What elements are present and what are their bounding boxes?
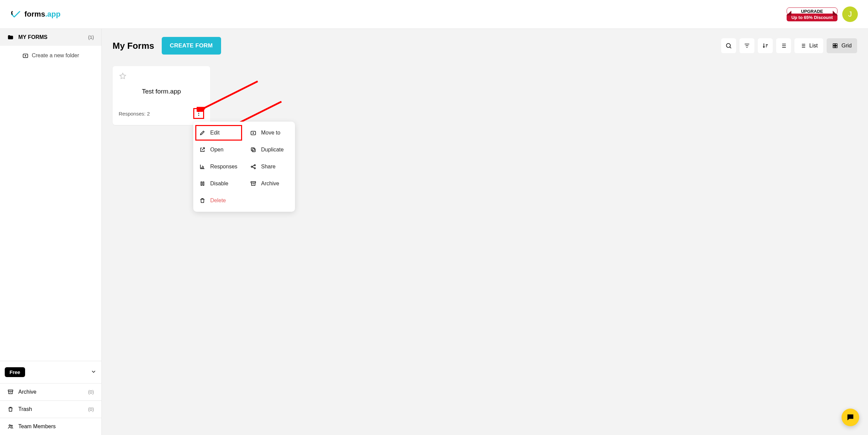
app-header: forms.app UPGRADE Up to 65% Discount J xyxy=(0,0,868,29)
filter-icon xyxy=(744,42,750,49)
svg-rect-8 xyxy=(835,46,837,48)
menu-disable[interactable]: Disable xyxy=(193,175,244,192)
svg-rect-1 xyxy=(8,390,13,391)
sidebar-plan[interactable]: Free xyxy=(0,361,101,384)
search-button[interactable] xyxy=(721,38,736,53)
sidebar-new-folder[interactable]: Create a new folder xyxy=(0,46,101,65)
svg-point-3 xyxy=(11,425,13,427)
sidebar-item-trash[interactable]: Trash (0) xyxy=(0,401,101,418)
view-controls: List Grid xyxy=(721,38,857,53)
sidebar-new-folder-label: Create a new folder xyxy=(32,53,79,59)
edit-icon xyxy=(199,130,205,136)
page-title: My Forms xyxy=(113,41,154,51)
list-view-label: List xyxy=(809,43,818,49)
menu-delete-label: Delete xyxy=(210,198,226,204)
form-card-responses: Responses: 2 xyxy=(119,111,150,117)
menu-share-label: Share xyxy=(261,164,276,170)
sidebar-my-forms-count: (1) xyxy=(88,35,94,40)
list-icon xyxy=(800,43,806,49)
svg-point-10 xyxy=(198,113,199,114)
grid-icon xyxy=(832,43,838,49)
chat-icon xyxy=(846,413,855,422)
sort-button[interactable] xyxy=(758,38,773,53)
menu-open-label: Open xyxy=(210,147,223,153)
svg-point-2 xyxy=(9,425,11,427)
form-context-menu: Edit Move to Open xyxy=(193,122,295,212)
archive-icon xyxy=(7,389,14,395)
upgrade-promo[interactable]: UPGRADE Up to 65% Discount xyxy=(787,7,837,21)
create-form-button[interactable]: CREATE FORM xyxy=(162,37,221,55)
menu-delete[interactable]: Delete xyxy=(193,192,244,209)
add-folder-icon xyxy=(22,53,28,59)
star-icon xyxy=(119,72,127,80)
form-card[interactable]: Test form.app Responses: 2 Edit xyxy=(113,66,210,125)
logo-icon xyxy=(10,9,21,20)
trash-icon xyxy=(199,198,205,204)
chart-icon xyxy=(199,164,205,170)
svg-point-4 xyxy=(726,43,730,47)
menu-open[interactable]: Open xyxy=(193,141,244,158)
svg-point-9 xyxy=(198,111,199,112)
folder-icon xyxy=(7,34,14,40)
pause-icon xyxy=(199,181,205,187)
sidebar: MY FORMS (1) Create a new folder Free Ar… xyxy=(0,29,102,435)
svg-rect-7 xyxy=(833,46,835,48)
svg-rect-14 xyxy=(251,148,254,151)
menu-archive-label: Archive xyxy=(261,181,279,187)
menu-archive[interactable]: Archive xyxy=(244,175,295,192)
search-icon xyxy=(725,42,732,49)
svg-rect-13 xyxy=(252,149,255,152)
menu-edit-label: Edit xyxy=(210,130,220,136)
sidebar-item-team[interactable]: Team Members xyxy=(0,418,101,435)
plan-badge: Free xyxy=(5,367,25,377)
sidebar-archive-label: Archive xyxy=(18,389,36,395)
more-vertical-icon xyxy=(196,110,202,117)
sidebar-item-my-forms[interactable]: MY FORMS (1) xyxy=(0,29,101,46)
sidebar-my-forms-label: MY FORMS xyxy=(18,34,47,40)
user-avatar[interactable]: J xyxy=(842,6,858,22)
brand-logo[interactable]: forms.app xyxy=(10,9,60,20)
menu-responses[interactable]: Responses xyxy=(193,158,244,175)
menu-duplicate[interactable]: Duplicate xyxy=(244,141,295,158)
menu-share[interactable]: Share xyxy=(244,158,295,175)
menu-move-to[interactable]: Move to xyxy=(244,124,295,141)
order-button[interactable] xyxy=(776,38,791,53)
chat-fab[interactable] xyxy=(842,409,859,426)
chevron-down-icon xyxy=(91,369,97,376)
list-view-button[interactable]: List xyxy=(794,38,823,53)
form-card-title: Test form.app xyxy=(119,88,204,95)
menu-edit[interactable]: Edit xyxy=(193,124,244,141)
upgrade-banner: Up to 65% Discount xyxy=(787,14,837,21)
logo-text: forms.app xyxy=(24,10,60,19)
favorite-toggle[interactable] xyxy=(119,72,204,82)
main-header: My Forms CREATE FORM List xyxy=(113,37,857,55)
move-icon xyxy=(250,130,256,136)
sidebar-trash-count: (0) xyxy=(88,407,94,412)
svg-rect-20 xyxy=(251,182,256,183)
sidebar-team-label: Team Members xyxy=(18,423,56,430)
svg-rect-5 xyxy=(833,44,835,45)
menu-duplicate-label: Duplicate xyxy=(261,147,284,153)
order-icon xyxy=(780,42,787,49)
main-area: My Forms CREATE FORM List xyxy=(102,29,868,435)
form-card-menu-button[interactable] xyxy=(193,108,204,119)
grid-view-label: Grid xyxy=(842,43,852,49)
sidebar-archive-count: (0) xyxy=(88,389,94,395)
trash-icon xyxy=(7,406,14,412)
menu-disable-label: Disable xyxy=(210,181,228,187)
sort-icon xyxy=(762,42,769,49)
sidebar-item-archive[interactable]: Archive (0) xyxy=(0,384,101,401)
menu-move-label: Move to xyxy=(261,130,280,136)
duplicate-icon xyxy=(250,147,256,153)
menu-responses-label: Responses xyxy=(210,164,237,170)
filter-button[interactable] xyxy=(739,38,754,53)
team-icon xyxy=(7,423,14,430)
svg-rect-18 xyxy=(201,182,202,186)
svg-point-11 xyxy=(198,115,199,116)
svg-rect-6 xyxy=(835,44,837,45)
grid-view-button[interactable]: Grid xyxy=(827,38,857,53)
open-icon xyxy=(199,147,205,153)
svg-rect-19 xyxy=(203,182,204,186)
share-icon xyxy=(250,164,256,170)
archive-icon xyxy=(250,181,256,187)
